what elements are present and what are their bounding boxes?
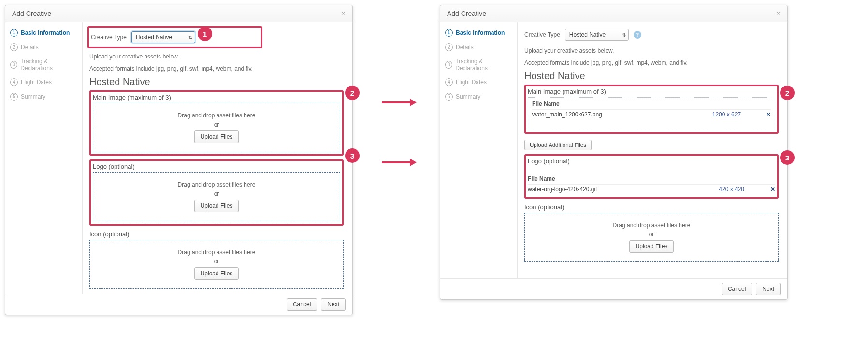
- creative-type-select-wrap: Hosted Native ⇅: [131, 31, 195, 43]
- help-icon[interactable]: ?: [634, 31, 641, 39]
- sidebar-item-label: Flight Dates: [21, 79, 52, 86]
- step-number-icon: 3: [445, 61, 452, 69]
- logo-file-list: File Name water-org-logo-420x420.gif 420…: [528, 175, 775, 194]
- step-number-icon: 2: [10, 43, 18, 51]
- remove-file-icon[interactable]: ✕: [770, 186, 775, 193]
- table-row: water_main_1200x627.png 1200 x 627 ✕: [532, 110, 771, 120]
- upload-files-button[interactable]: Upload Files: [194, 267, 239, 280]
- sidebar-item-basic-information[interactable]: 1 Basic Information: [445, 29, 513, 37]
- step-number-icon: 5: [445, 93, 453, 101]
- sidebar-item-label: Tracking & Declarations: [455, 58, 513, 72]
- file-name-cell: water_main_1200x627.png: [532, 110, 694, 120]
- step-number-icon: 4: [445, 78, 453, 86]
- logo-label: Logo (optional): [528, 158, 775, 165]
- content-pane: Creative Type Hosted Native ⇅ ? Upload y…: [83, 22, 352, 294]
- icon-dropzone[interactable]: Drag and drop asset files here or Upload…: [524, 213, 779, 262]
- modal-footer: Cancel Next: [5, 294, 352, 315]
- modal-add-creative-after: Add Creative × 1 Basic Information 2 Det…: [440, 5, 788, 300]
- sidebar-item-tracking-declarations[interactable]: 3 Tracking & Declarations: [445, 58, 513, 72]
- file-name-header: File Name: [532, 101, 694, 110]
- callout-badge-3: 3: [780, 150, 795, 165]
- upload-hint-2: Accepted formats include jpg, png, gif, …: [524, 58, 779, 68]
- arrow-column: [382, 5, 411, 163]
- sidebar-item-label: Summary: [456, 93, 480, 100]
- modal-title: Add Creative: [447, 10, 486, 17]
- logo-dropzone[interactable]: Drag and drop asset files here or Upload…: [93, 172, 340, 221]
- arrow-icon: [382, 101, 411, 103]
- sidebar-item-label: Details: [456, 44, 474, 51]
- creative-type-select-wrap: Hosted Native ⇅: [565, 29, 629, 41]
- cancel-button[interactable]: Cancel: [722, 283, 752, 295]
- sidebar-item-label: Flight Dates: [456, 79, 487, 86]
- sidebar-item-tracking-declarations[interactable]: 3 Tracking & Declarations: [10, 58, 78, 72]
- sidebar-item-label: Basic Information: [21, 29, 70, 36]
- step-number-icon: 5: [10, 93, 18, 101]
- sidebar-item-label: Summary: [21, 93, 45, 100]
- next-button[interactable]: Next: [321, 298, 346, 311]
- icon-dropzone[interactable]: Drag and drop asset files here or Upload…: [89, 240, 344, 289]
- main-image-label: Main Image (maximum of 3): [528, 88, 775, 95]
- table-row: water-org-logo-420x420.gif 420 x 420 ✕: [528, 185, 775, 195]
- dropzone-text: Drag and drop asset files here: [98, 112, 335, 119]
- sidebar-item-label: Basic Information: [456, 29, 505, 36]
- dropzone-text: Drag and drop asset files here: [530, 222, 773, 229]
- highlight-creative-type: Creative Type Hosted Native ⇅ ?: [87, 26, 262, 48]
- upload-files-button[interactable]: Upload Files: [194, 200, 239, 212]
- modal-header: Add Creative ×: [5, 5, 352, 22]
- sidebar-item-summary[interactable]: 5 Summary: [10, 93, 78, 101]
- section-title: Hosted Native: [89, 76, 344, 87]
- modal-title: Add Creative: [12, 10, 51, 17]
- highlight-main-image: Main Image (maximum of 3) File Name wate…: [524, 85, 779, 134]
- sidebar-item-flight-dates[interactable]: 4 Flight Dates: [10, 78, 78, 86]
- icon-label: Icon (optional): [524, 203, 779, 211]
- highlight-logo: Logo (optional) File Name water-org-logo…: [524, 154, 779, 199]
- highlight-logo: Logo (optional) Drag and drop asset file…: [89, 159, 344, 226]
- dropzone-or: or: [530, 231, 773, 238]
- sidebar-item-label: Details: [21, 44, 39, 51]
- modal-add-creative-before: Add Creative × 1 Basic Information 2 Det…: [5, 5, 353, 315]
- remove-file-icon[interactable]: ✕: [766, 111, 771, 118]
- dropzone-text: Drag and drop asset files here: [98, 181, 335, 188]
- upload-hint-1: Upload your creative assets below.: [524, 46, 779, 56]
- file-dimensions-cell: 1200 x 627: [694, 110, 760, 120]
- file-name-cell: water-org-logo-420x420.gif: [528, 185, 700, 195]
- sidebar-item-summary[interactable]: 5 Summary: [445, 93, 513, 101]
- arrow-icon: [382, 161, 411, 163]
- step-number-icon: 1: [10, 29, 18, 37]
- creative-type-select[interactable]: Hosted Native: [565, 29, 629, 41]
- content-pane: Creative Type Hosted Native ⇅ ? Upload y…: [518, 22, 787, 278]
- close-icon[interactable]: ×: [776, 9, 781, 18]
- close-icon[interactable]: ×: [341, 9, 346, 18]
- modal-footer: Cancel Next: [440, 278, 787, 299]
- callout-badge-2: 2: [345, 86, 360, 100]
- cancel-button[interactable]: Cancel: [287, 298, 317, 311]
- file-dimensions-cell: 420 x 420: [700, 185, 763, 195]
- highlight-main-image: Main Image (maximum of 3) Drag and drop …: [89, 90, 344, 156]
- upload-hint-2: Accepted formats include jpg, png, gif, …: [89, 64, 344, 73]
- sidebar-item-details[interactable]: 2 Details: [10, 43, 78, 51]
- dropzone-or: or: [98, 121, 335, 128]
- dropzone-or: or: [98, 190, 335, 197]
- upload-additional-files-button[interactable]: Upload Additional Files: [524, 140, 592, 150]
- creative-type-select[interactable]: Hosted Native: [131, 31, 195, 43]
- sidebar-item-details[interactable]: 2 Details: [445, 43, 513, 51]
- sidebar-item-label: Tracking & Declarations: [20, 58, 78, 72]
- next-button[interactable]: Next: [756, 283, 781, 295]
- step-number-icon: 2: [445, 43, 453, 51]
- step-number-icon: 4: [10, 78, 18, 86]
- sidebar-item-flight-dates[interactable]: 4 Flight Dates: [445, 78, 513, 86]
- creative-type-label: Creative Type: [91, 34, 127, 41]
- main-image-dropzone[interactable]: Drag and drop asset files here or Upload…: [93, 103, 340, 152]
- callout-badge-2: 2: [780, 86, 795, 100]
- upload-files-button[interactable]: Upload Files: [194, 130, 239, 143]
- upload-files-button[interactable]: Upload Files: [629, 240, 674, 253]
- modal-header: Add Creative ×: [440, 5, 787, 22]
- wizard-sidebar: 1 Basic Information 2 Details 3 Tracking…: [5, 22, 83, 294]
- sidebar-item-basic-information[interactable]: 1 Basic Information: [10, 29, 78, 37]
- callout-badge-3: 3: [345, 148, 360, 163]
- dropzone-or: or: [95, 258, 338, 265]
- icon-label: Icon (optional): [89, 231, 344, 238]
- creative-type-label: Creative Type: [524, 31, 560, 38]
- wizard-sidebar: 1 Basic Information 2 Details 3 Tracking…: [440, 22, 518, 278]
- main-image-label: Main Image (maximum of 3): [93, 94, 340, 101]
